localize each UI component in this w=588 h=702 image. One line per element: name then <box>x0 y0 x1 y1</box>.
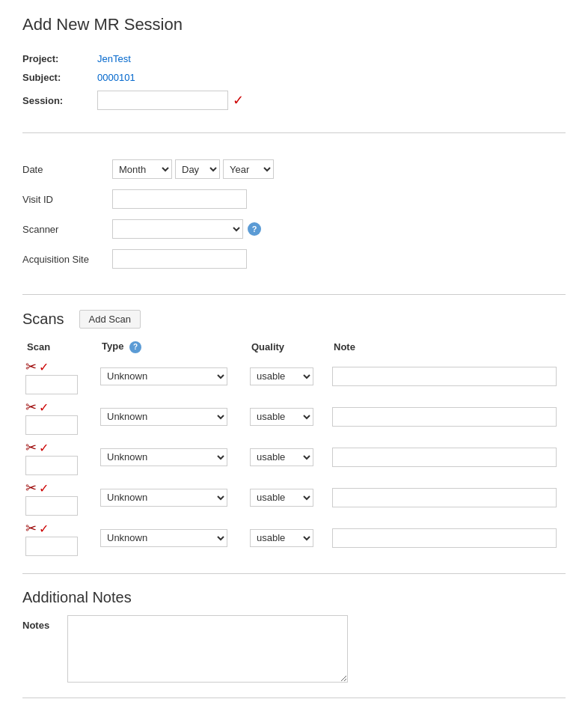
session-required-icon: ✓ <box>233 92 244 109</box>
type-select-1[interactable]: UnknownT1T2FLAIRPDDTIfMRI <box>100 408 227 426</box>
scan-required-icon-3: ✓ <box>39 482 49 495</box>
col-note: Note <box>329 338 566 356</box>
additional-notes-title: Additional Notes <box>22 589 566 606</box>
scan-input-2[interactable] <box>25 456 78 475</box>
type-select-2[interactable]: UnknownT1T2FLAIRPDDTIfMRI <box>100 448 227 466</box>
year-select[interactable]: Year <box>223 159 274 179</box>
acqsite-label: Acquisition Site <box>22 254 112 265</box>
visit-id-label: Visit ID <box>22 194 112 205</box>
col-type: Type ? <box>97 338 247 356</box>
quality-select-3[interactable]: usableunusablequestionable <box>250 489 313 507</box>
subject-label: Subject: <box>22 72 97 83</box>
visit-id-input[interactable] <box>112 189 247 209</box>
quality-select-0[interactable]: usableunusablequestionable <box>250 367 313 385</box>
scan-required-icon-1: ✓ <box>39 401 49 414</box>
scans-title: Scans <box>22 311 64 328</box>
type-select-4[interactable]: UnknownT1T2FLAIRPDDTIfMRI <box>100 529 227 547</box>
quality-select-2[interactable]: usableunusablequestionable <box>250 448 313 466</box>
project-label: Project: <box>22 53 97 64</box>
note-input-2[interactable] <box>332 448 557 467</box>
delete-scan-icon-1[interactable]: ✂ <box>25 400 37 415</box>
scans-table: Scan Type ? Quality Note ✂✓UnknownT1T2FL… <box>22 338 566 558</box>
scan-input-3[interactable] <box>25 496 78 516</box>
add-scan-button[interactable]: Add Scan <box>79 310 141 329</box>
quality-select-4[interactable]: usableunusablequestionable <box>250 529 313 547</box>
note-input-3[interactable] <box>332 488 557 507</box>
type-select-3[interactable]: UnknownT1T2FLAIRPDDTIfMRI <box>100 489 227 507</box>
session-input[interactable] <box>97 91 228 110</box>
quality-select-1[interactable]: usableunusablequestionable <box>250 408 313 426</box>
note-input-1[interactable] <box>332 407 557 427</box>
col-quality: Quality <box>247 338 329 356</box>
note-input-4[interactable] <box>332 528 557 548</box>
subject-value: 0000101 <box>97 72 135 83</box>
scanner-select[interactable] <box>112 219 243 239</box>
notes-textarea[interactable] <box>67 615 348 683</box>
session-label: Session: <box>22 95 97 106</box>
scan-required-icon-2: ✓ <box>39 442 49 454</box>
scanner-help-icon[interactable]: ? <box>248 222 261 236</box>
scan-required-icon-4: ✓ <box>39 522 49 535</box>
notes-label: Notes <box>22 615 67 631</box>
col-scan: Scan <box>22 338 97 356</box>
scanner-label: Scanner <box>22 224 112 235</box>
month-select[interactable]: Month JanuaryFebruaryMarch AprilMayJune … <box>112 159 172 179</box>
date-label: Date <box>22 164 112 175</box>
note-input-0[interactable] <box>332 367 557 386</box>
delete-scan-icon-3[interactable]: ✂ <box>25 480 37 495</box>
project-value: JenTest <box>97 53 131 64</box>
type-select-0[interactable]: UnknownT1T2FLAIRPDDTIfMRI <box>100 367 227 385</box>
delete-scan-icon-4[interactable]: ✂ <box>25 521 37 536</box>
page-title: Add New MR Session <box>22 15 566 34</box>
delete-scan-icon-2[interactable]: ✂ <box>25 440 37 455</box>
delete-scan-icon-0[interactable]: ✂ <box>25 359 37 374</box>
scan-required-icon-0: ✓ <box>39 361 49 373</box>
scan-input-4[interactable] <box>25 537 78 556</box>
acqsite-input[interactable] <box>112 249 247 269</box>
type-help-icon[interactable]: ? <box>129 341 141 353</box>
day-select[interactable]: Day <box>175 159 220 179</box>
scan-input-1[interactable] <box>25 415 78 435</box>
scan-input-0[interactable] <box>25 375 78 394</box>
